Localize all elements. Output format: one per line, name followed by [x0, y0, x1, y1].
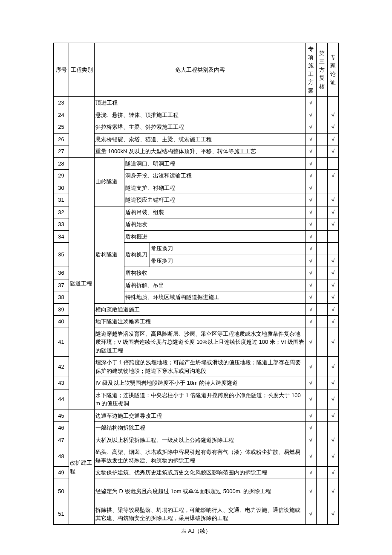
table-row: 42 埋深小于 1 倍跨度的浅埋地段；可能产生坍塌或滑坡的偏压地段；隧道上部存在…: [54, 357, 339, 377]
cell-seq: 44: [54, 389, 69, 410]
cell-plan: √: [306, 303, 317, 316]
cell-review: [317, 206, 328, 218]
cell-plan: √: [306, 410, 317, 422]
table-row: 26 悬索桥锚碇、索塔、猫道、主梁、缆索施工工程 √ √: [54, 133, 339, 145]
cell-seq: 40: [54, 316, 69, 328]
cell-review: [317, 410, 328, 422]
cell-expert: √: [328, 109, 339, 121]
cell-content: 埋深小于 1 倍跨度的浅埋地段；可能产生坍塌或滑坡的偏压地段；隧道上部存在需要保…: [95, 357, 306, 377]
cell-plan: √: [306, 389, 317, 410]
table-row: 28 隧道工程 山岭隧道 隧道洞口、明洞工程 √: [54, 157, 339, 170]
cell-review: [317, 145, 328, 158]
cell-review: [317, 446, 328, 467]
cell-seq: 30: [54, 182, 69, 194]
cell-review: [317, 218, 328, 231]
cell-seq: 34: [54, 230, 69, 243]
cell-plan: √: [306, 97, 317, 109]
cell-cat-empty: [69, 97, 95, 158]
cell-review: [317, 377, 328, 389]
cell-content: 隧道洞口、明洞工程: [124, 157, 306, 170]
cell-plan: √: [306, 377, 317, 389]
cell-expert: [328, 97, 339, 109]
cell-expert: √: [328, 303, 339, 316]
cell-plan: √: [306, 357, 317, 377]
cell-review: [317, 255, 328, 267]
table-row: 43 IV 级及以上软弱围岩地段跨度不小于 18m 的特大跨度隧道 √ √: [54, 377, 339, 389]
cell-plan: √: [306, 157, 317, 170]
cell-plan: √: [306, 145, 317, 158]
cell-cat-rebuild: 改扩建工程: [69, 410, 95, 524]
cell-review: [317, 243, 328, 255]
cell-seq: 36: [54, 267, 69, 279]
cell-content: 拆除拱、梁等较易坠落、坍塌的工程，可能影响行人、交通、电力设施、通信设施或其它建…: [95, 504, 306, 524]
cell-content: 顶进工程: [95, 97, 306, 109]
cell-seq: 26: [54, 133, 69, 145]
cell-expert: √: [328, 194, 339, 206]
cell-seq: 32: [54, 206, 69, 218]
header-review: 第三方复核: [317, 43, 328, 97]
cell-content: 码头、高架、烟囱、水塔或拆除中容易引起有毒有害气（液）体或粉尘扩散、易燃易爆事故…: [95, 446, 306, 467]
cell-review: [317, 467, 328, 479]
table-row: 24 悬浇、悬拼、转体、顶推施工工程 √ √: [54, 109, 339, 121]
cell-plan: √: [306, 255, 317, 267]
cell-plan: √: [306, 194, 317, 206]
cell-plan: √: [306, 206, 317, 218]
hazard-project-table: 序号 工程类别 危大工程类别及内容 专项施工方案 第三方复核 专家论证 23 顶…: [53, 43, 339, 525]
cell-seq: 35: [54, 243, 69, 267]
cell-content: 洞身开挖、出渣和运输工程: [124, 170, 306, 182]
cell-seq: 47: [54, 434, 69, 446]
cell-seq: 28: [54, 157, 69, 170]
table-row: 46 一般结构物拆除工程 √: [54, 422, 339, 434]
cell-content: 带压换刀: [150, 255, 306, 267]
cell-review: [317, 303, 328, 316]
cell-expert: √: [328, 389, 339, 410]
cell-seq: 48: [54, 446, 69, 467]
cell-plan: √: [306, 467, 317, 479]
cell-content: 悬索桥锚碇、索塔、猫道、主梁、缆索施工工程: [95, 133, 306, 145]
cell-seq: 42: [54, 357, 69, 377]
cell-content: 重量 1000kN 及以上的大型结构整体顶升、平移、转体等施工工艺: [95, 145, 306, 158]
table-row: 49 文物保护建筑、优秀历史建筑或历史文化风貌区影响范围内的拆除工程 √ √: [54, 467, 339, 479]
cell-expert: √: [328, 410, 339, 422]
table-row: 51 拆除拱、梁等较易坠落、坍塌的工程，可能影响行人、交通、电力设施、通信设施或…: [54, 504, 339, 524]
cell-expert: √: [328, 206, 339, 218]
cell-content: 常压换刀: [150, 243, 306, 255]
cell-expert: √: [328, 467, 339, 479]
cell-expert: [328, 230, 339, 243]
cell-expert: √: [328, 145, 339, 158]
cell-review: [317, 230, 328, 243]
cell-plan: √: [306, 504, 317, 524]
cell-content: 横向疏散通道施工: [95, 303, 306, 316]
cell-expert: √: [328, 170, 339, 182]
cell-content: 悬浇、悬拼、转体、顶推施工工程: [95, 109, 306, 121]
cell-review: [317, 422, 328, 434]
cell-expert: √: [328, 479, 339, 504]
cell-review: [317, 357, 328, 377]
cell-expert: √: [328, 316, 339, 328]
cell-content: IV 级及以上软弱围岩地段跨度不小于 18m 的特大跨度隧道: [95, 377, 306, 389]
cell-review: [317, 170, 328, 182]
header-content: 危大工程类别及内容: [95, 43, 306, 97]
cell-review: [317, 316, 328, 328]
cell-expert: √: [328, 291, 339, 304]
table-row: 41 隧道穿越岩溶发育区、高风险断层、沙层、采空区等工程地质或水文地质条件复杂地…: [54, 328, 339, 357]
cell-review: [317, 504, 328, 524]
cell-content: 盾构拆解、吊出: [124, 279, 306, 291]
cell-plan: √: [306, 291, 317, 304]
cell-review: [317, 157, 328, 170]
cell-expert: [328, 243, 339, 255]
cell-expert: √: [328, 133, 339, 145]
cell-expert: √: [328, 255, 339, 267]
cell-content: 边通车边施工交通导改工程: [95, 410, 306, 422]
table-row: 45 改扩建工程 边通车边施工交通导改工程 √ √: [54, 410, 339, 422]
cell-plan: √: [306, 434, 317, 446]
cell-content: 斜拉桥索塔、主梁、斜拉索施工工程: [95, 121, 306, 134]
cell-subsubcat-blade: 盾构换刀: [124, 243, 150, 267]
header-seq: 序号: [54, 43, 69, 97]
cell-content: 盾构始发: [124, 218, 306, 231]
cell-review: [317, 267, 328, 279]
cell-seq: 29: [54, 170, 69, 182]
table-row: 32 盾构隧道 盾构吊装、组装 √ √: [54, 206, 339, 218]
header-expert: 专家论证: [328, 43, 339, 97]
cell-plan: √: [306, 279, 317, 291]
